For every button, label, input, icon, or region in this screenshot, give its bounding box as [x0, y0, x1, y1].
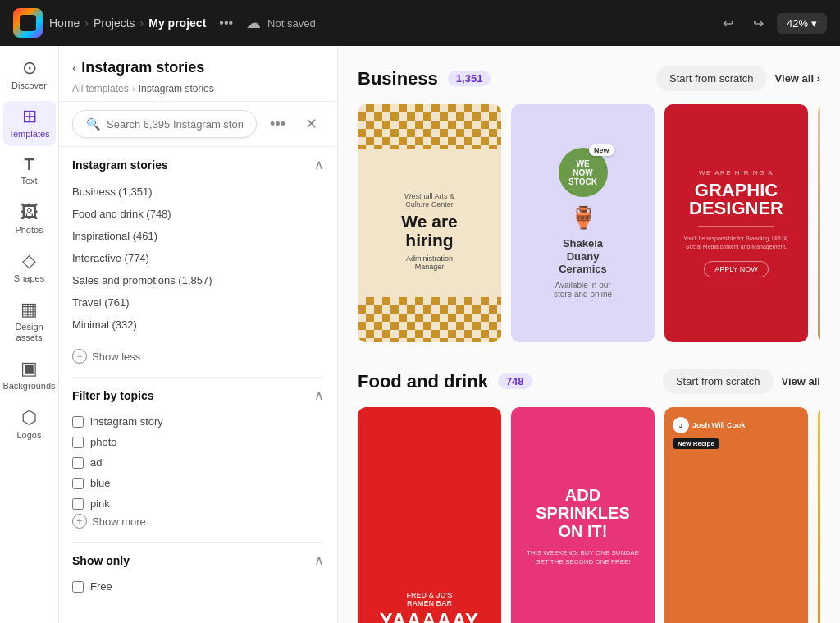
template-card-ceramics[interactable]: WENOWSTOCK New 🏺 ShakeiaDuanyCeramics Av…: [511, 104, 655, 342]
show-only-free[interactable]: Free: [72, 576, 324, 597]
show-only-collapse[interactable]: ∧: [314, 552, 324, 568]
hiring-card-content: Westhall Arts &Culture Center We arehiri…: [401, 192, 458, 271]
sidebar-item-backgrounds[interactable]: ▣ Backgrounds: [3, 353, 56, 398]
category-interactive[interactable]: Interactive (774): [72, 247, 324, 269]
recipe-new-badge: New Recipe: [673, 438, 719, 449]
sidebar-photos-label: Photos: [15, 225, 43, 236]
ceramics-new-stock: WENOWSTOCK: [568, 159, 597, 186]
business-template-grid: Westhall Arts &Culture Center We arehiri…: [358, 104, 820, 342]
business-section-actions: Start from scratch View all ›: [656, 66, 820, 91]
checkered-top: [358, 104, 501, 149]
topic-instagram-story-checkbox[interactable]: [72, 416, 84, 428]
business-section-title: Business: [358, 68, 438, 89]
filter-topics-header: Filter by topics ∧: [72, 387, 324, 403]
sidebar-item-logos[interactable]: ⬡ Logos: [3, 402, 56, 447]
food-view-all-button[interactable]: View all: [782, 375, 820, 387]
filter-topics-section: Filter by topics ∧ instagram story photo…: [72, 387, 324, 529]
category-travel[interactable]: Travel (761): [72, 291, 324, 314]
show-only-free-label: Free: [90, 580, 112, 593]
show-more-label: Show more: [92, 515, 146, 528]
ceramics-sub-text: Available in ourstore and online: [554, 281, 612, 299]
panel-more-button[interactable]: •••: [263, 112, 292, 136]
sidebar-item-templates[interactable]: ⊞ Templates: [3, 101, 56, 146]
sidebar-design-assets-label: Design assets: [7, 322, 52, 343]
topic-photo-checkbox[interactable]: [72, 437, 84, 448]
partial-card2-content: [818, 407, 820, 623]
graphic-apply-button[interactable]: APPLY NOW: [704, 261, 769, 277]
panel-content: Instagram stories ∧ Business (1,351) Foo…: [59, 147, 337, 623]
topic-photo-label: photo: [90, 436, 117, 448]
back-button[interactable]: ‹: [72, 61, 76, 76]
template-card-partial-1[interactable]: [818, 104, 820, 342]
zoom-button[interactable]: 42% ▾: [777, 13, 827, 34]
topic-ad[interactable]: ad: [72, 452, 324, 473]
graphic-hiring-text: WE ARE HIRING A: [699, 169, 774, 176]
topic-instagram-story[interactable]: instagram story: [72, 411, 324, 432]
show-only-free-checkbox[interactable]: [72, 581, 84, 593]
app-logo[interactable]: [13, 8, 43, 38]
breadcrumb-all-templates[interactable]: All templates: [72, 83, 129, 94]
filter-topics-title: Filter by topics: [72, 389, 154, 402]
topic-ad-label: ad: [90, 456, 102, 469]
sidebar-item-discover[interactable]: ⊙ Discover: [3, 53, 56, 98]
instagram-stories-collapse[interactable]: ∧: [314, 157, 324, 172]
partial-card-content: [818, 104, 820, 342]
template-card-recipe[interactable]: J Josh Will Cook New Recipe: [664, 407, 808, 623]
undo-button[interactable]: ↩: [716, 12, 740, 34]
sidebar-item-shapes[interactable]: ◇ Shapes: [3, 245, 56, 291]
sprinkles-sub-text: THIS WEEKEND: BUY ONE SUNDAEGET THE SECO…: [527, 548, 639, 566]
filter-topics-collapse[interactable]: ∧: [314, 387, 324, 403]
hiring-sub-text: AdministrationManager: [401, 254, 458, 271]
breadcrumb-projects[interactable]: Projects: [94, 16, 135, 30]
graphic-divider: [698, 226, 774, 227]
panel-breadcrumb-current: Instagram stories: [139, 83, 214, 94]
category-sales-promotions[interactable]: Sales and promotions (1,857): [72, 269, 324, 291]
show-more-button[interactable]: + Show more: [72, 514, 324, 529]
template-card-ramen[interactable]: FRED & JO'SRAMEN BAR YAAAAAY: [358, 407, 501, 623]
topic-pink[interactable]: pink: [72, 493, 324, 514]
food-start-scratch-button[interactable]: Start from scratch: [663, 369, 774, 394]
topic-pink-checkbox[interactable]: [72, 498, 84, 510]
backgrounds-icon: ▣: [21, 360, 38, 378]
panel-back-row: ‹ Instagram stories: [72, 59, 324, 76]
topic-list: instagram story photo ad blue: [72, 411, 324, 514]
topic-blue-checkbox[interactable]: [72, 478, 84, 489]
sidebar-discover-label: Discover: [11, 80, 47, 91]
ramen-bar-name: FRED & JO'SRAMEN BAR: [406, 591, 452, 607]
breadcrumb-home[interactable]: Home: [49, 16, 80, 30]
ceramics-vase-icon: 🏺: [570, 205, 596, 231]
template-card-graphic[interactable]: WE ARE HIRING A GRAPHICDESIGNER You'll b…: [664, 104, 808, 342]
template-card-partial-2[interactable]: [818, 407, 820, 623]
topic-photo[interactable]: photo: [72, 432, 324, 452]
category-minimal[interactable]: Minimal (332): [72, 314, 324, 336]
topic-ad-checkbox[interactable]: [72, 457, 84, 469]
business-view-all-button[interactable]: View all ›: [775, 72, 820, 85]
breadcrumb-sep2: ›: [140, 16, 144, 30]
business-start-scratch-button[interactable]: Start from scratch: [656, 66, 767, 91]
save-status: Not saved: [267, 17, 316, 30]
template-card-hiring[interactable]: Westhall Arts &Culture Center We arehiri…: [358, 104, 501, 342]
sidebar-item-text[interactable]: T Text: [3, 149, 56, 193]
topic-pink-label: pink: [90, 497, 110, 510]
panel-close-button[interactable]: ✕: [299, 112, 324, 136]
show-less-icon: −: [72, 349, 87, 364]
category-business[interactable]: Business (1,351): [72, 181, 324, 203]
template-card-sprinkles[interactable]: ADDSPRINKLESON IT! THIS WEEKEND: BUY ONE…: [511, 407, 655, 623]
photos-icon: 🖼: [21, 204, 39, 222]
panel-breadcrumb-sep: ›: [132, 83, 135, 94]
app-logo-inner: [20, 15, 36, 31]
topic-blue[interactable]: blue: [72, 473, 324, 493]
more-options-button[interactable]: •••: [212, 12, 240, 34]
redo-button[interactable]: ↪: [746, 12, 770, 34]
hiring-arts-label: Westhall Arts &Culture Center: [401, 192, 458, 208]
category-inspirational[interactable]: Inspirational (461): [72, 225, 324, 247]
recipe-card-content: J Josh Will Cook New Recipe: [664, 407, 808, 623]
breadcrumb-current: My project: [148, 16, 206, 30]
sidebar-backgrounds-label: Backgrounds: [2, 381, 55, 392]
sidebar-item-photos[interactable]: 🖼 Photos: [3, 197, 56, 242]
category-food-drink[interactable]: Food and drink (748): [72, 203, 324, 225]
discover-icon: ⊙: [22, 59, 37, 77]
show-less-button[interactable]: − Show less: [72, 349, 324, 364]
sidebar-item-design-assets[interactable]: ▦ Design assets: [3, 294, 56, 350]
search-input[interactable]: [107, 118, 243, 131]
